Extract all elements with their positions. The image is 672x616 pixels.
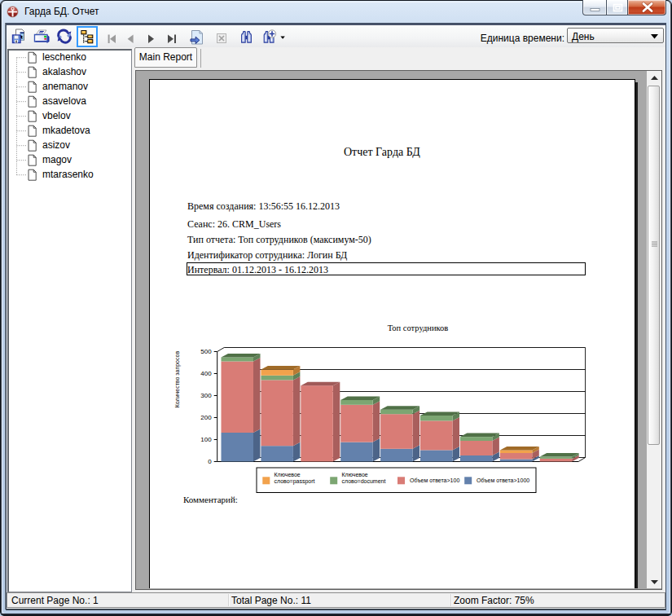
svg-text:Количество запросов: Количество запросов bbox=[174, 351, 181, 408]
svg-text:0: 0 bbox=[208, 458, 212, 465]
svg-text:слово=document: слово=document bbox=[342, 478, 386, 484]
svg-text:Объем ответа>1000: Объем ответа>1000 bbox=[477, 477, 529, 483]
svg-text:500: 500 bbox=[200, 348, 212, 355]
svg-text:Ключевое: Ключевое bbox=[275, 472, 301, 477]
svg-text:400: 400 bbox=[200, 370, 212, 377]
svg-text:слово=passport: слово=passport bbox=[275, 478, 315, 485]
svg-text:Объем ответа>100: Объем ответа>100 bbox=[410, 477, 459, 483]
svg-text:100: 100 bbox=[200, 436, 212, 443]
svg-text:Ключевое: Ключевое bbox=[342, 472, 368, 477]
svg-text:200: 200 bbox=[200, 414, 212, 421]
svg-text:300: 300 bbox=[200, 392, 212, 399]
svg-text:Топ сотрудников: Топ сотрудников bbox=[388, 323, 449, 332]
